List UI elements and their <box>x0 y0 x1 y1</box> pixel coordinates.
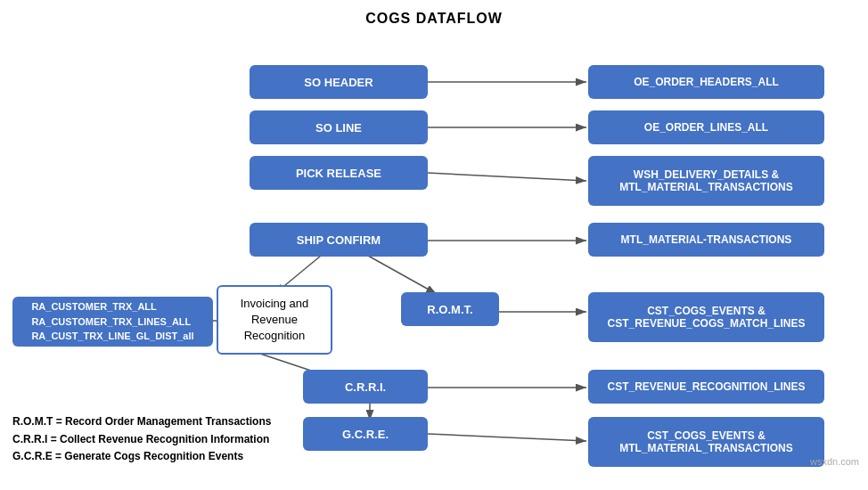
page-title: COGS DATAFLOW <box>0 0 868 27</box>
node-gcre: G.C.R.E. <box>303 417 428 451</box>
svg-line-7 <box>368 256 437 294</box>
node-pick-release: PICK RELEASE <box>250 156 428 190</box>
watermark: wsxdn.com <box>810 456 859 467</box>
legend-item-crri: C.R.R.I = Collect Revenue Recognition In… <box>12 431 271 448</box>
legend-item-gcre: G.C.R.E = Generate Cogs Recognition Even… <box>12 448 271 465</box>
node-cst-cogs-revenue: CST_COGS_EVENTS & CST_REVENUE_COGS_MATCH… <box>588 292 824 342</box>
node-so-header: SO HEADER <box>250 65 428 99</box>
svg-line-4 <box>428 173 586 181</box>
node-cst-cogs-gcre: CST_COGS_EVENTS & MTL_MATERIAL_TRANSACTI… <box>588 417 824 467</box>
node-romt: R.O.M.T. <box>401 292 499 326</box>
node-so-line: SO LINE <box>250 110 428 144</box>
node-oe-order-headers: OE_ORDER_HEADERS_ALL <box>588 65 824 99</box>
node-oe-order-lines: OE_ORDER_LINES_ALL <box>588 110 824 144</box>
node-crri: C.R.R.I. <box>303 370 428 404</box>
diagram-area: SO HEADER SO LINE PICK RELEASE SHIP CONF… <box>0 36 868 472</box>
svg-line-13 <box>428 434 586 441</box>
node-wsh-mtl: WSH_DELIVERY_DETAILS & MTL_MATERIAL_TRAN… <box>588 156 824 206</box>
node-ship-confirm: SHIP CONFIRM <box>250 223 428 257</box>
legend: R.O.M.T = Record Order Management Transa… <box>12 413 271 465</box>
node-cst-revenue-recognition: CST_REVENUE_RECOGNITION_LINES <box>588 370 824 404</box>
legend-item-romt: R.O.M.T = Record Order Management Transa… <box>12 413 271 430</box>
node-mtl-material-trans: MTL_MATERIAL-TRANSACTIONS <box>588 223 824 257</box>
node-ra-customer: RA_CUSTOMER_TRX_ALL RA_CUSTOMER_TRX_LINE… <box>12 297 213 347</box>
node-invoicing: Invoicing and Revenue Recognition <box>217 285 332 355</box>
